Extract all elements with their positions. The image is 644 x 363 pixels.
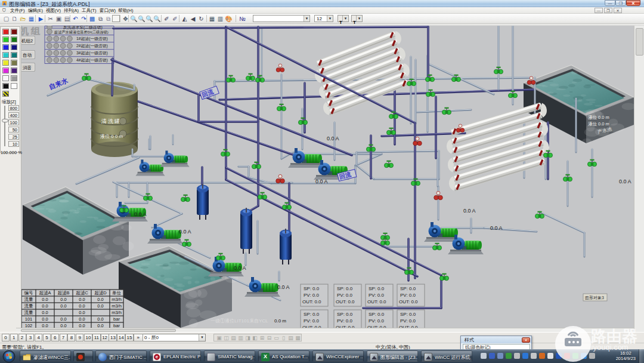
svg-text:SP: 0.0: SP: 0.0: [304, 286, 320, 291]
svg-text:m3/h: m3/h: [112, 310, 122, 315]
svg-text:图形对象3: 图形对象3: [585, 296, 604, 300]
svg-text:SP: 0.0: SP: 0.0: [369, 286, 385, 291]
svg-text:0.0: 0.0: [79, 316, 85, 322]
svg-text:单位: 单位: [112, 290, 122, 296]
svg-text:OUT: 0.0: OUT: 0.0: [302, 299, 321, 304]
svg-text:一级①液位LIT101来自YCL: 一级①液位LIT101来自YCL: [210, 318, 268, 324]
svg-text:超滤D: 超滤D: [94, 290, 107, 296]
svg-text:0.0 A: 0.0 A: [327, 136, 339, 141]
svg-text:SP: 0.0: SP: 0.0: [337, 286, 353, 291]
svg-text:PV: 0.0: PV: 0.0: [400, 318, 416, 324]
svg-text:0.0: 0.0: [79, 310, 85, 315]
svg-text:0.0 A: 0.0 A: [619, 179, 631, 184]
svg-text:超滤B: 超滤B: [57, 290, 69, 296]
svg-text:bar: bar: [113, 316, 120, 322]
svg-text:2#超滤(一级连锁): 2#超滤(一级连锁): [76, 44, 108, 48]
svg-text:1#超滤(一级连锁): 1#超滤(一级连锁): [76, 36, 108, 41]
svg-text:0.0 A: 0.0 A: [463, 208, 476, 214]
svg-text:机组2: 机组2: [21, 38, 33, 44]
svg-text:超滤产水罐液位落差DI(二级连锁): 超滤产水罐液位落差DI(二级连锁): [54, 30, 109, 35]
svg-text:0.0 A: 0.0 A: [134, 211, 147, 217]
svg-text:0.0: 0.0: [97, 297, 103, 302]
svg-text:0.0: 0.0: [42, 310, 48, 315]
svg-text:PV: 0.0: PV: 0.0: [337, 318, 352, 324]
svg-text:自动: 自动: [23, 53, 32, 58]
svg-text:编号: 编号: [24, 290, 34, 296]
svg-text:0.0: 0.0: [60, 297, 66, 302]
svg-text:SP: 0.0: SP: 0.0: [369, 312, 385, 317]
svg-text:0.0 m: 0.0 m: [274, 318, 286, 324]
svg-text:液位 0.0 m: 液位 0.0 m: [588, 121, 609, 127]
svg-text:清洗罐: 清洗罐: [101, 118, 121, 124]
svg-text:101: 101: [25, 316, 33, 322]
svg-text:4#超滤(一级连锁): 4#超滤(一级连锁): [76, 58, 108, 63]
svg-text:0.0: 0.0: [60, 316, 66, 322]
svg-text:超滤C: 超滤C: [76, 290, 88, 296]
svg-text:液位 0 0 m: 液位 0 0 m: [100, 134, 123, 139]
svg-text:3#超滤(一级连锁): 3#超滤(一级连锁): [76, 51, 108, 56]
svg-text:0.0 A: 0.0 A: [315, 179, 328, 184]
svg-text:流量: 流量: [24, 303, 34, 309]
svg-text:0.0 A: 0.0 A: [234, 265, 246, 271]
svg-text:流量: 流量: [24, 297, 34, 302]
svg-text:超滤A: 超滤A: [39, 290, 51, 296]
svg-text:0.0: 0.0: [79, 297, 85, 302]
svg-text:消音: 消音: [23, 65, 32, 70]
svg-text:m3/h: m3/h: [112, 303, 122, 309]
svg-text:0.0: 0.0: [42, 316, 48, 322]
svg-text:0.0: 0.0: [97, 303, 103, 309]
svg-text:SP: 0.0: SP: 0.0: [400, 286, 416, 291]
svg-text:0.0 A: 0.0 A: [490, 225, 503, 231]
svg-text:PV: 0.0: PV: 0.0: [304, 293, 319, 298]
svg-text:0.0: 0.0: [60, 303, 66, 309]
svg-text:0.0: 0.0: [42, 297, 48, 302]
svg-text:PV: 0.0: PV: 0.0: [304, 318, 319, 324]
svg-text:m3/h: m3/h: [112, 297, 122, 302]
svg-text:流量: 流量: [24, 310, 34, 315]
svg-text:0.0 A: 0.0 A: [179, 229, 191, 235]
svg-text:OUT: 0.0: OUT: 0.0: [336, 299, 355, 304]
svg-text:SP: 0.0: SP: 0.0: [400, 312, 416, 317]
svg-text:液位 0.0 m: 液位 0.0 m: [588, 115, 609, 120]
svg-text:SP: 0.0: SP: 0.0: [337, 312, 353, 317]
svg-text:0.0 A: 0.0 A: [277, 284, 290, 290]
svg-text:0.0: 0.0: [42, 303, 48, 309]
svg-text:PV: 0.0: PV: 0.0: [400, 293, 416, 298]
svg-text:0.0: 0.0: [79, 303, 85, 309]
svg-text:OUT: 0.0: OUT: 0.0: [367, 299, 386, 304]
svg-text:机组: 机组: [19, 26, 42, 36]
svg-text:PV: 0.0: PV: 0.0: [337, 293, 352, 298]
svg-text:OUT: 0.0: OUT: 0.0: [399, 299, 418, 304]
svg-text:PV: 0.0: PV: 0.0: [369, 318, 384, 324]
svg-text:PV: 0.0: PV: 0.0: [369, 293, 384, 298]
svg-text:SP: 0.0: SP: 0.0: [304, 312, 320, 317]
svg-text:0.0: 0.0: [97, 316, 103, 322]
